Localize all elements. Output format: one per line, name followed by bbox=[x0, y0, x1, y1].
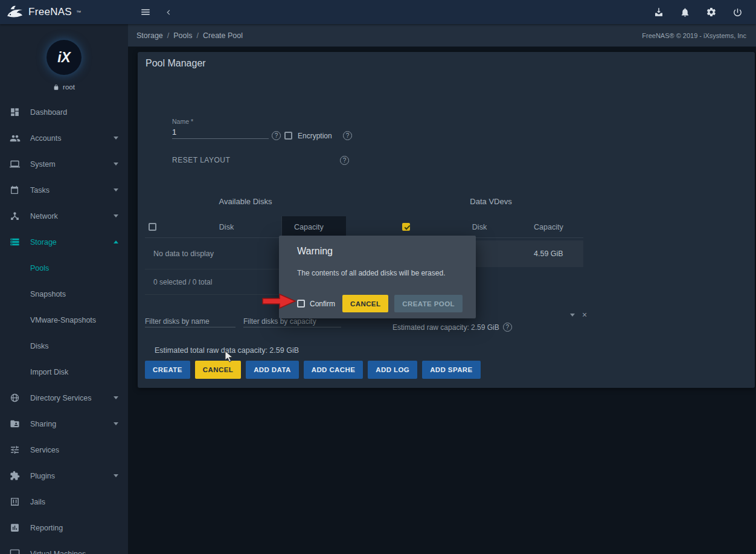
add-log-button[interactable]: ADD LOG bbox=[368, 361, 417, 379]
username: root bbox=[63, 83, 75, 91]
chevron-up-icon bbox=[114, 240, 118, 243]
add-cache-button[interactable]: ADD CACHE bbox=[304, 361, 364, 379]
sidebar-item-directory-services[interactable]: Directory Services bbox=[0, 385, 128, 411]
chevron-down-icon bbox=[114, 137, 118, 140]
breadcrumb-separator: / bbox=[167, 31, 169, 40]
brand-trademark: ™ bbox=[76, 10, 81, 15]
pool-manager-card: Pool Manager Name * ? Encryption ? RESET… bbox=[138, 52, 755, 388]
available-disks-header: Disk Capacity bbox=[145, 216, 346, 238]
encryption-help-icon[interactable]: ? bbox=[343, 131, 352, 140]
encryption-label: Encryption bbox=[298, 132, 332, 140]
sidebar-item-snapshots[interactable]: Snapshots bbox=[0, 281, 128, 307]
system-icon bbox=[10, 159, 22, 169]
copyright-text: FreeNAS® © 2019 - iXsystems, Inc bbox=[642, 32, 746, 39]
sidebar-item-plugins[interactable]: Plugins bbox=[0, 463, 128, 489]
vdev-disk-capacity: 4.59 GiB bbox=[534, 250, 583, 258]
vdev-col-capacity[interactable]: Capacity bbox=[534, 223, 583, 231]
estimated-raw-help-icon[interactable]: ? bbox=[503, 323, 512, 332]
layout-help-icon[interactable]: ? bbox=[340, 156, 349, 165]
sidebar-item-vmware-snapshots[interactable]: VMware-Snapshots bbox=[0, 307, 128, 333]
confirm-checkbox[interactable] bbox=[297, 300, 305, 308]
create-button[interactable]: CREATE bbox=[145, 361, 190, 379]
topbar: FreeNAS ™ bbox=[0, 0, 756, 24]
breadcrumb-separator: / bbox=[197, 31, 199, 40]
chevron-down-icon bbox=[114, 214, 118, 217]
sidebar-item-virtual-machines[interactable]: Virtual Machines bbox=[0, 541, 128, 554]
storage-icon bbox=[10, 237, 22, 247]
page-title: Pool Manager bbox=[146, 58, 206, 69]
vdev-close-icon[interactable]: × bbox=[582, 311, 587, 319]
brand-name: FreeNAS bbox=[28, 6, 72, 18]
sidebar-item-system[interactable]: System bbox=[0, 151, 128, 177]
dialog-message: The contents of all added disks will be … bbox=[297, 269, 445, 277]
available-col-capacity[interactable]: Capacity bbox=[281, 216, 346, 238]
warning-dialog: Warning The contents of all added disks … bbox=[279, 236, 476, 318]
breadcrumb: Storage / Pools / Create Pool bbox=[136, 31, 243, 40]
sidebar-item-sharing[interactable]: Sharing bbox=[0, 411, 128, 437]
services-icon bbox=[10, 445, 22, 455]
content-area: Pool Manager Name * ? Encryption ? RESET… bbox=[128, 47, 756, 554]
filter-disks-by-name-input[interactable] bbox=[145, 316, 235, 327]
reset-layout-button[interactable]: RESET LAYOUT bbox=[172, 156, 230, 164]
dialog-title: Warning bbox=[297, 246, 333, 257]
sidebar-item-network[interactable]: Network bbox=[0, 203, 128, 229]
sidebar-item-reporting[interactable]: Reporting bbox=[0, 515, 128, 541]
dialog-cancel-button[interactable]: CANCEL bbox=[342, 295, 388, 312]
sidebar-item-pools[interactable]: Pools bbox=[0, 255, 128, 281]
breadcrumb-storage[interactable]: Storage bbox=[136, 31, 163, 40]
name-help-icon[interactable]: ? bbox=[272, 131, 281, 140]
cancel-button[interactable]: CANCEL bbox=[195, 361, 241, 379]
dialog-create-pool-button[interactable]: CREATE POOL bbox=[394, 295, 463, 312]
settings-icon[interactable] bbox=[706, 7, 717, 18]
accounts-icon bbox=[10, 133, 22, 144]
data-vdevs-header: Disk Capacity bbox=[399, 216, 583, 238]
tasks-icon bbox=[10, 185, 22, 195]
pool-name-label: Name * bbox=[172, 118, 269, 125]
breadcrumb-bar: Storage / Pools / Create Pool FreeNAS® ©… bbox=[128, 24, 756, 47]
available-disks-title: Available Disks bbox=[145, 197, 346, 216]
vdev-type-caret-icon[interactable] bbox=[570, 314, 575, 317]
sidebar-item-jails[interactable]: Jails bbox=[0, 489, 128, 515]
jails-icon bbox=[10, 497, 22, 507]
chevron-down-icon bbox=[114, 163, 118, 166]
chevron-down-icon bbox=[114, 474, 118, 477]
alerts-icon[interactable] bbox=[680, 7, 690, 18]
avatar-ix-logo: iX bbox=[57, 50, 71, 66]
estimated-raw-capacity: Estimated raw capacity: 2.59 GiB bbox=[392, 323, 499, 332]
sidebar-item-dashboard[interactable]: Dashboard bbox=[0, 99, 128, 125]
sidebar: iX root Dashboard Accounts System bbox=[0, 24, 128, 554]
available-col-disk[interactable]: Disk bbox=[171, 223, 281, 231]
dashboard-icon bbox=[10, 107, 22, 117]
vdev-col-disk[interactable]: Disk bbox=[425, 223, 534, 231]
available-select-all-checkbox[interactable] bbox=[149, 223, 156, 231]
reporting-icon bbox=[10, 523, 22, 533]
plugins-icon bbox=[10, 471, 22, 481]
data-vdevs-title: Data VDevs bbox=[399, 197, 583, 216]
pool-name-field: Name * bbox=[172, 118, 269, 139]
sidebar-item-tasks[interactable]: Tasks bbox=[0, 177, 128, 203]
pending-tasks-icon[interactable] bbox=[653, 7, 664, 18]
sharing-icon bbox=[10, 419, 22, 429]
network-icon bbox=[10, 211, 22, 221]
encryption-checkbox[interactable] bbox=[284, 132, 292, 140]
breadcrumb-create-pool: Create Pool bbox=[203, 31, 243, 40]
power-icon[interactable] bbox=[732, 7, 743, 18]
sidebar-item-import-disk[interactable]: Import Disk bbox=[0, 359, 128, 385]
menu-icon[interactable] bbox=[140, 7, 151, 18]
freenas-app: FreeNAS ™ bbox=[0, 0, 756, 554]
sidebar-item-services[interactable]: Services bbox=[0, 437, 128, 463]
add-spare-button[interactable]: ADD SPARE bbox=[422, 361, 480, 379]
chevron-down-icon bbox=[114, 422, 118, 425]
pool-name-input[interactable] bbox=[172, 125, 269, 139]
breadcrumb-pools[interactable]: Pools bbox=[173, 31, 192, 40]
sidebar-item-storage[interactable]: Storage bbox=[0, 229, 128, 255]
mouse-cursor-icon bbox=[225, 350, 233, 362]
sidebar-item-disks[interactable]: Disks bbox=[0, 333, 128, 359]
virtual-machines-icon bbox=[10, 549, 22, 554]
lock-icon bbox=[53, 84, 59, 91]
add-data-button[interactable]: ADD DATA bbox=[246, 361, 299, 379]
back-icon[interactable] bbox=[164, 8, 172, 16]
sidebar-item-accounts[interactable]: Accounts bbox=[0, 125, 128, 151]
freenas-logo: FreeNAS ™ bbox=[0, 4, 128, 20]
vdev-select-all-checkbox[interactable] bbox=[402, 223, 410, 231]
